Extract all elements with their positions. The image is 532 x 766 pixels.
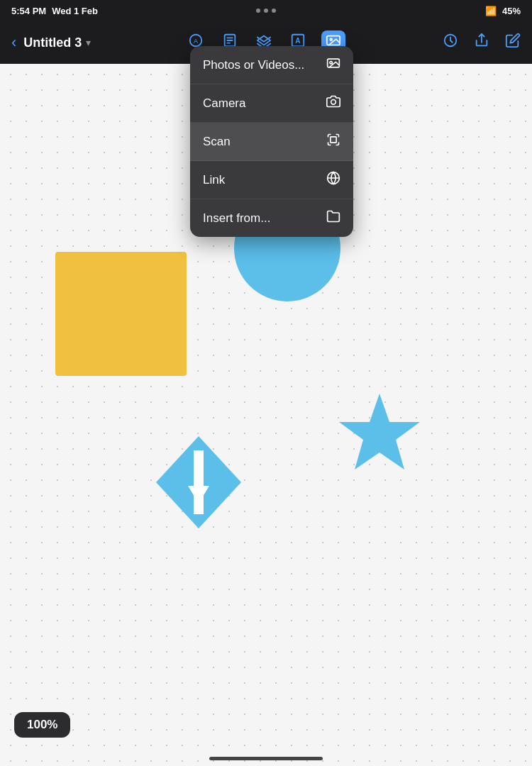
- zoom-label: 100%: [27, 718, 57, 731]
- camera-icon: [326, 94, 340, 112]
- scan-menu-item[interactable]: Scan: [190, 123, 353, 161]
- link-menu-item[interactable]: Link: [190, 161, 353, 199]
- svg-marker-12: [339, 394, 420, 470]
- scan-label: Scan: [203, 135, 231, 149]
- share-button[interactable]: [471, 30, 492, 55]
- status-right: 📶 45%: [485, 6, 521, 16]
- date-label: Wed 1 Feb: [52, 6, 98, 16]
- zoom-badge[interactable]: 100%: [14, 712, 70, 738]
- svg-text:A: A: [296, 37, 301, 45]
- svg-point-18: [331, 100, 336, 105]
- camera-menu-item[interactable]: Camera: [190, 84, 353, 123]
- wifi-icon: 📶: [485, 6, 497, 16]
- camera-label: Camera: [203, 96, 245, 111]
- time-label: 5:54 PM: [11, 6, 46, 16]
- battery-label: 45%: [502, 6, 521, 16]
- svg-rect-19: [331, 137, 336, 143]
- blue-star-shape[interactable]: [333, 390, 426, 485]
- svg-text:A: A: [194, 38, 199, 45]
- status-left: 5:54 PM Wed 1 Feb: [11, 6, 98, 16]
- insert-dropdown-menu: Photos or Videos... Camera Scan: [190, 46, 353, 237]
- yellow-square-shape[interactable]: [55, 252, 187, 376]
- folder-icon: [326, 209, 340, 227]
- scan-icon: [326, 133, 340, 150]
- photos-videos-menu-item[interactable]: Photos or Videos...: [190, 46, 353, 84]
- svg-rect-14: [194, 450, 204, 514]
- photos-icon: [326, 56, 340, 74]
- home-bar: [209, 757, 323, 760]
- photos-videos-label: Photos or Videos...: [203, 58, 304, 72]
- link-label: Link: [203, 173, 225, 187]
- link-icon: [326, 171, 340, 189]
- insert-from-menu-item[interactable]: Insert from...: [190, 199, 353, 237]
- back-button[interactable]: ‹: [9, 30, 19, 55]
- insert-from-label: Insert from...: [203, 211, 270, 226]
- nav-left: ‹ Untitled 3 ▾: [9, 30, 91, 55]
- document-title: Untitled 3: [23, 35, 82, 50]
- status-bar: 5:54 PM Wed 1 Feb 📶 45%: [0, 0, 532, 21]
- svg-point-17: [330, 62, 332, 64]
- nav-right-icons: [440, 30, 523, 55]
- blue-diamond-shape[interactable]: [153, 433, 245, 535]
- edit-button[interactable]: [502, 30, 523, 55]
- svg-point-9: [331, 38, 333, 40]
- chevron-down-icon[interactable]: ▾: [86, 37, 91, 48]
- history-button[interactable]: [440, 30, 461, 55]
